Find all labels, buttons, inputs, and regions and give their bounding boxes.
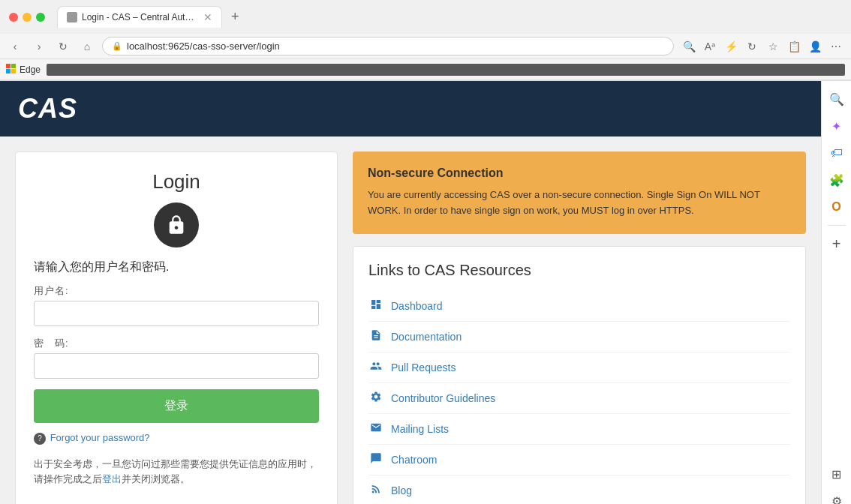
chatroom-icon bbox=[368, 452, 383, 467]
browser-sidebar: 🔍 ✦ 🏷 🧩 O + ⊞ ⚙ bbox=[821, 81, 851, 504]
form-instruction: 请输入您的用户名和密码. bbox=[34, 260, 319, 275]
sidebar-collections-icon[interactable]: 🏷 bbox=[825, 141, 849, 165]
profile-icon[interactable]: 👤 bbox=[806, 38, 824, 56]
resource-item-pull-requests[interactable]: Pull Requests bbox=[368, 352, 790, 383]
edge-icon bbox=[6, 64, 18, 76]
sidebar-office-icon[interactable]: O bbox=[825, 195, 849, 219]
mailing-lists-label: Mailing Lists bbox=[391, 423, 449, 435]
bookmarks-redacted bbox=[47, 64, 845, 76]
security-notice: 出于安全考虑，一旦您访问过那些需要您提供凭证信息的应用时，请操作完成之后登出并关… bbox=[34, 457, 319, 487]
tab-favicon bbox=[67, 12, 77, 22]
bookmarks-bar: Edge bbox=[0, 59, 851, 80]
address-bar[interactable]: 🔒 localhost:9625/cas-sso-server/login bbox=[102, 37, 674, 56]
username-input[interactable] bbox=[34, 301, 319, 326]
back-button[interactable]: ‹ bbox=[6, 38, 24, 56]
edge-brand-label: Edge bbox=[20, 64, 41, 75]
pull-requests-label: Pull Requests bbox=[391, 362, 456, 374]
dashboard-icon bbox=[368, 298, 383, 314]
forgot-password-link[interactable]: Forgot your password? bbox=[50, 432, 150, 443]
warning-box: Non-secure Connection You are currently … bbox=[353, 152, 806, 234]
tab-close-button[interactable]: ✕ bbox=[203, 11, 212, 23]
lock-icon bbox=[166, 214, 187, 236]
resource-item-documentation[interactable]: Documentation bbox=[368, 322, 790, 352]
sidebar-divider bbox=[828, 225, 846, 226]
pull-requests-icon bbox=[368, 360, 383, 375]
svg-rect-3 bbox=[11, 69, 16, 74]
warning-title: Non-secure Connection bbox=[368, 166, 791, 180]
browser-extensions-icon[interactable]: ⚡ bbox=[722, 38, 740, 56]
search-toolbar-icon[interactable]: 🔍 bbox=[680, 38, 698, 56]
chatroom-label: Chatroom bbox=[391, 454, 437, 466]
documentation-label: Documentation bbox=[391, 331, 462, 343]
browser-chrome: Login - CAS – Central Authenti... ✕ + ‹ … bbox=[0, 0, 851, 81]
new-tab-button[interactable]: + bbox=[225, 9, 245, 25]
lock-circle bbox=[154, 202, 199, 248]
maximize-button[interactable] bbox=[36, 13, 45, 22]
sidebar-extensions-icon[interactable]: 🧩 bbox=[825, 168, 849, 192]
help-icon: ? bbox=[34, 433, 46, 445]
minimize-button[interactable] bbox=[23, 13, 32, 22]
resources-title: Links to CAS Resources bbox=[368, 262, 790, 279]
resource-item-dashboard[interactable]: Dashboard bbox=[368, 291, 790, 322]
lock-icon: 🔒 bbox=[112, 41, 122, 51]
svg-rect-2 bbox=[6, 69, 11, 74]
main-layout: CAS Login 请输入您的用户名和密码. 用户名: 密 码: bbox=[0, 81, 851, 504]
resource-item-blog[interactable]: Blog bbox=[368, 476, 790, 504]
logout-link[interactable]: 登出 bbox=[102, 474, 122, 484]
cas-body: Login 请输入您的用户名和密码. 用户名: 密 码: 登录 ? F bbox=[0, 136, 821, 504]
close-button[interactable] bbox=[9, 13, 18, 22]
sidebar-add-icon[interactable]: + bbox=[825, 232, 849, 256]
edge-logo: Edge bbox=[6, 64, 41, 76]
password-input[interactable] bbox=[34, 353, 319, 379]
mailing-lists-icon bbox=[368, 422, 383, 436]
documentation-icon bbox=[368, 329, 383, 344]
right-panel: Non-secure Connection You are currently … bbox=[353, 152, 806, 504]
username-label: 用户名: bbox=[34, 284, 319, 298]
more-icon[interactable]: ⋯ bbox=[827, 38, 845, 56]
contributor-guidelines-label: Contributor Guidelines bbox=[391, 392, 495, 404]
cas-logo: CAS bbox=[18, 93, 803, 124]
forgot-password-row: ? Forgot your password? bbox=[34, 432, 319, 445]
contributor-guidelines-icon bbox=[368, 391, 383, 406]
blog-icon bbox=[368, 483, 383, 498]
cas-header: CAS bbox=[0, 81, 821, 136]
lock-icon-container bbox=[34, 202, 319, 248]
resources-box: Links to CAS Resources DashboardDocument… bbox=[353, 246, 806, 504]
tab-title: Login - CAS – Central Authenti... bbox=[82, 12, 196, 22]
svg-rect-0 bbox=[6, 64, 11, 68]
sidebar-settings-icon[interactable]: ⚙ bbox=[825, 489, 849, 504]
login-button[interactable]: 登录 bbox=[34, 389, 319, 423]
dashboard-label: Dashboard bbox=[391, 300, 443, 312]
warning-text: You are currently accessing CAS over a n… bbox=[368, 188, 791, 219]
page-content: CAS Login 请输入您的用户名和密码. 用户名: 密 码: bbox=[0, 81, 821, 504]
read-aloud-icon[interactable]: Aᵃ bbox=[701, 38, 719, 56]
forward-button[interactable]: › bbox=[30, 38, 48, 56]
sidebar-favorites-icon[interactable]: ✦ bbox=[825, 114, 849, 138]
tab-bar: Login - CAS – Central Authenti... ✕ + bbox=[51, 6, 842, 28]
favorites-icon[interactable]: ☆ bbox=[764, 38, 782, 56]
login-panel: Login 请输入您的用户名和密码. 用户名: 密 码: 登录 ? F bbox=[15, 152, 338, 504]
login-title: Login bbox=[34, 170, 319, 194]
resource-item-mailing-lists[interactable]: Mailing Lists bbox=[368, 414, 790, 445]
sidebar-layout-icon[interactable]: ⊞ bbox=[825, 462, 849, 486]
resources-list: DashboardDocumentationPull RequestsContr… bbox=[368, 291, 790, 504]
title-bar: Login - CAS – Central Authenti... ✕ + bbox=[0, 0, 851, 34]
url-text: localhost:9625/cas-sso-server/login bbox=[127, 40, 280, 52]
toolbar-icons: 🔍 Aᵃ ⚡ ↻ ☆ 📋 👤 ⋯ bbox=[680, 38, 845, 56]
resource-item-contributor-guidelines[interactable]: Contributor Guidelines bbox=[368, 383, 790, 414]
refresh-button[interactable]: ↻ bbox=[54, 38, 72, 56]
collections-icon[interactable]: 📋 bbox=[785, 38, 803, 56]
traffic-lights bbox=[9, 13, 45, 22]
sidebar-search-icon[interactable]: 🔍 bbox=[825, 87, 849, 111]
address-bar-row: ‹ › ↻ ⌂ 🔒 localhost:9625/cas-sso-server/… bbox=[0, 34, 851, 59]
refresh-page-icon[interactable]: ↻ bbox=[743, 38, 761, 56]
resource-item-chatroom[interactable]: Chatroom bbox=[368, 445, 790, 476]
blog-label: Blog bbox=[391, 484, 412, 496]
password-label: 密 码: bbox=[34, 337, 319, 350]
active-tab[interactable]: Login - CAS – Central Authenti... ✕ bbox=[57, 6, 222, 28]
svg-rect-1 bbox=[11, 64, 16, 68]
home-button[interactable]: ⌂ bbox=[78, 38, 96, 56]
